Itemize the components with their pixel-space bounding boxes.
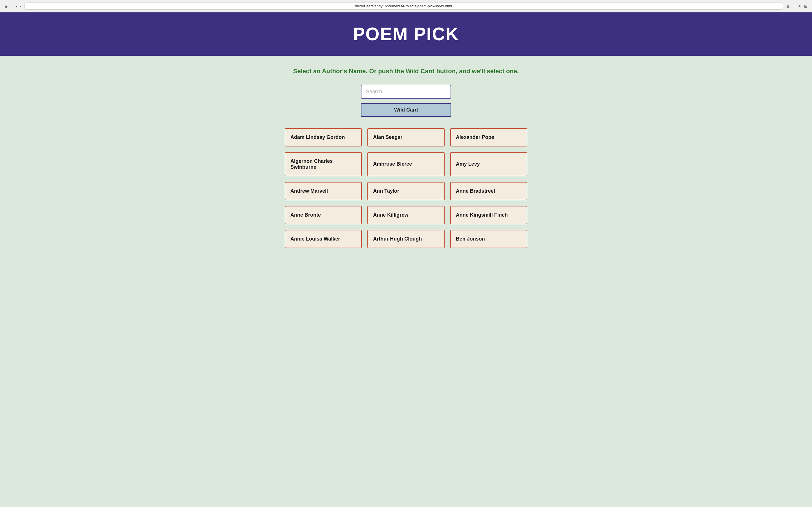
- author-button[interactable]: Anne Bradstreet: [450, 182, 527, 200]
- forward-button[interactable]: ›: [20, 4, 21, 8]
- back-button[interactable]: ‹: [16, 4, 17, 8]
- author-button[interactable]: Arthur Hugh Clough: [367, 230, 444, 248]
- page-title: POEM PICK: [6, 24, 806, 45]
- author-button[interactable]: Annie Louisa Walker: [285, 230, 362, 248]
- author-button[interactable]: Anne Killigrew: [367, 206, 444, 224]
- author-button[interactable]: Anne Kingsmill Finch: [450, 206, 527, 224]
- grid-icon[interactable]: ⊞: [804, 4, 808, 8]
- chevron-down-icon[interactable]: ⌄: [10, 4, 14, 8]
- author-button[interactable]: Adam Lindsay Gordon: [285, 128, 362, 147]
- author-button[interactable]: Alan Seeger: [367, 128, 444, 147]
- page-content: Select an Author's Name. Or push the Wil…: [279, 56, 533, 260]
- author-button[interactable]: Andrew Marvell: [285, 182, 362, 200]
- author-button[interactable]: Ben Jonson: [450, 230, 527, 248]
- browser-controls: ▣ ⌄ ‹ ›: [4, 4, 21, 8]
- new-tab-icon[interactable]: +: [799, 4, 801, 8]
- author-button[interactable]: Ann Taylor: [367, 182, 444, 200]
- subtitle: Select an Author's Name. Or push the Wil…: [285, 67, 527, 76]
- author-button[interactable]: Anne Bronte: [285, 206, 362, 224]
- search-container: Wild Card: [285, 85, 527, 117]
- author-button[interactable]: Amy Levy: [450, 152, 527, 176]
- author-button[interactable]: Algernon Charles Swinburne: [285, 152, 362, 176]
- author-button[interactable]: Alexander Pope: [450, 128, 527, 147]
- authors-grid: Adam Lindsay GordonAlan SeegerAlexander …: [285, 128, 527, 248]
- author-button[interactable]: Ambrose Bierce: [367, 152, 444, 176]
- downloads-icon[interactable]: ⊕: [786, 4, 790, 8]
- browser-chrome: ▣ ⌄ ‹ › file:///Users/andy/Documents/Pro…: [0, 0, 812, 12]
- address-bar[interactable]: file:///Users/andy/Documents/Projects/po…: [24, 3, 783, 10]
- wildcard-button[interactable]: Wild Card: [361, 103, 451, 117]
- browser-actions: ⊕ ↑ + ⊞: [786, 4, 808, 8]
- share-icon[interactable]: ↑: [793, 4, 795, 8]
- page-header: POEM PICK: [0, 12, 812, 56]
- sidebar-toggle-icon[interactable]: ▣: [4, 4, 8, 8]
- search-input[interactable]: [361, 85, 451, 99]
